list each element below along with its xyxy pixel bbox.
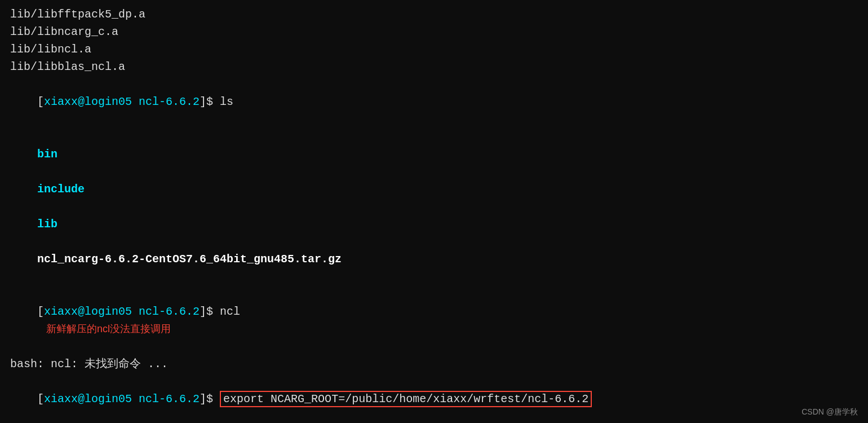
ls-tarball: ncl_ncarg-6.6.2-CentOS7.6_64bit_gnu485.t… — [37, 253, 342, 266]
prompt-bracket: ]$ — [200, 95, 220, 108]
line-3: lib/libncl.a — [10, 41, 858, 58]
prompt-text: [ — [37, 95, 44, 108]
annotation-1: 新鲜解压的ncl没法直接调用 — [46, 323, 171, 334]
line-2: lib/libncarg_c.a — [10, 23, 858, 41]
line-4: lib/libblas_ncl.a — [10, 58, 858, 76]
line-ncl-1: [xiaxx@login05 ncl-6.6.2]$ ncl 新鲜解压的ncl没… — [10, 285, 858, 355]
line-export-ncarg: [xiaxx@login05 ncl-6.6.2]$ export NCARG_… — [10, 373, 858, 423]
line-ls-output: bin include lib ncl_ncarg-6.6.2-CentOS7.… — [10, 128, 858, 285]
line-bash-err-1: bash: ncl: 未找到命令 ... — [10, 355, 858, 373]
ls-cmd: ls — [220, 95, 233, 108]
line-1: lib/libfftpack5_dp.a — [10, 6, 858, 23]
export-ncarg-cmd: export NCARG_ROOT=/public/home/xiaxx/wrf… — [220, 391, 592, 407]
ls-lib: lib — [37, 218, 57, 231]
line-ls-cmd: [xiaxx@login05 ncl-6.6.2]$ ls — [10, 76, 858, 128]
watermark: CSDN @唐学秋 — [801, 407, 858, 417]
prompt-user: xiaxx@login05 ncl-6.6.2 — [44, 95, 200, 108]
ls-include: include — [37, 183, 85, 196]
ls-bin: bin — [37, 148, 57, 161]
terminal: lib/libfftpack5_dp.a lib/libncarg_c.a li… — [0, 0, 868, 423]
